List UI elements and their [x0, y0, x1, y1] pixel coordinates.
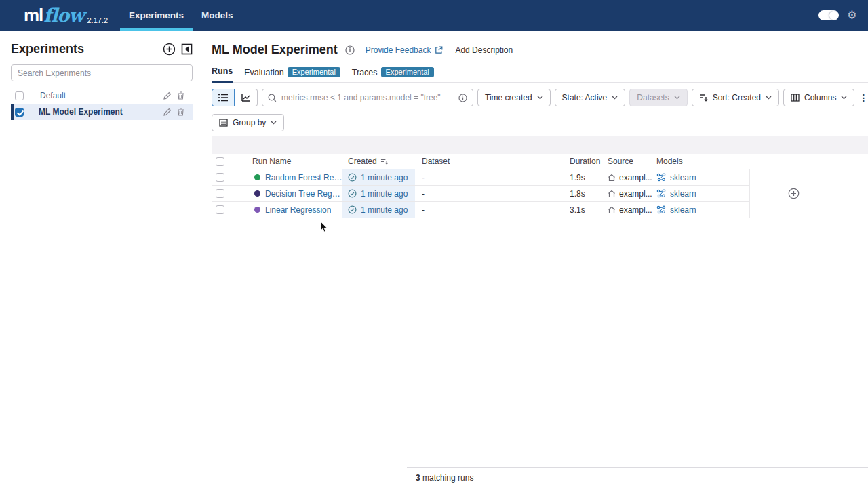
navbar-right: ⚙	[818, 0, 868, 30]
col-header-duration[interactable]: Duration	[570, 157, 608, 166]
experiment-tabs: Runs Evaluation Experimental Traces Expe…	[212, 66, 868, 83]
sklearn-model-icon	[656, 173, 666, 182]
theme-toggle[interactable]	[818, 10, 839, 20]
col-header-run-name[interactable]: Run Name	[252, 157, 342, 166]
table-row[interactable]: Linear Regression 1 minute ago - 3.1s ex…	[212, 202, 749, 218]
run-source-label[interactable]: exampl...	[619, 173, 652, 182]
experiment-label[interactable]: Default	[40, 91, 66, 100]
mlflow-app: mlflow 2.17.2 Experiments Models ⚙ Exper…	[0, 0, 868, 488]
runs-toolbar: Time created State: Active Datasets Sort…	[212, 89, 868, 106]
sort-dropdown[interactable]: Sort: Created	[692, 89, 779, 106]
run-name-link[interactable]: Linear Regression	[265, 205, 331, 215]
run-duration-value: 3.1s	[570, 202, 608, 218]
experiment-checkbox[interactable]	[15, 92, 24, 100]
sort-icon	[699, 94, 708, 102]
tab-traces-label: Traces	[352, 68, 378, 77]
experiment-label[interactable]: ML Model Experiment	[39, 107, 123, 117]
list-view-button[interactable]	[212, 89, 235, 106]
delete-trash-icon[interactable]	[177, 108, 184, 116]
run-source-label[interactable]: exampl...	[619, 205, 652, 215]
chevron-down-icon	[766, 96, 772, 100]
provide-feedback-link[interactable]: Provide Feedback	[366, 45, 443, 55]
view-mode-segmented-control	[212, 89, 258, 106]
matching-runs-text: matching runs	[420, 473, 474, 483]
run-status-dot	[254, 190, 260, 197]
matching-runs-count: 3	[416, 473, 420, 483]
run-duration-value: 1.9s	[570, 169, 608, 185]
edit-pencil-icon[interactable]	[163, 108, 172, 117]
main-panel: ML Model Experiment Provide Feedback Add…	[203, 30, 868, 488]
run-finished-check-icon	[348, 189, 357, 198]
content: Experiments Default	[0, 30, 868, 488]
source-home-icon	[608, 190, 616, 198]
chart-view-button[interactable]	[235, 89, 258, 106]
table-group-band	[212, 136, 868, 154]
add-column-icon[interactable]	[788, 188, 800, 199]
col-header-models[interactable]: Models	[656, 157, 749, 166]
select-all-checkbox[interactable]	[216, 157, 224, 166]
top-navbar: mlflow 2.17.2 Experiments Models ⚙	[0, 0, 868, 30]
run-model-link[interactable]: sklearn	[670, 173, 696, 182]
col-header-source[interactable]: Source	[608, 157, 656, 166]
run-dataset-value: -	[415, 202, 570, 218]
edit-pencil-icon[interactable]	[163, 92, 172, 100]
state-dropdown[interactable]: State: Active	[555, 89, 626, 106]
run-source-label[interactable]: exampl...	[619, 189, 652, 199]
run-created-link[interactable]: 1 minute ago	[361, 189, 408, 199]
time-created-dropdown[interactable]: Time created	[477, 89, 551, 106]
collapse-sidebar-icon[interactable]	[181, 43, 193, 55]
run-model-link[interactable]: sklearn	[670, 189, 696, 199]
run-created-link[interactable]: 1 minute ago	[361, 173, 408, 182]
matching-runs-footer: 3 matching runs	[407, 467, 868, 488]
delete-trash-icon[interactable]	[177, 92, 184, 100]
datasets-dropdown: Datasets	[629, 89, 687, 106]
group-by-dropdown[interactable]: Group by	[212, 114, 284, 131]
experiment-checkbox[interactable]	[15, 108, 24, 117]
run-name-link[interactable]: Random Forest Regress...	[265, 173, 342, 182]
info-icon[interactable]	[345, 45, 355, 55]
row-checkbox[interactable]	[216, 173, 224, 182]
search-icon	[268, 94, 277, 102]
runs-filter-input[interactable]	[281, 93, 454, 102]
tab-evaluation[interactable]: Evaluation Experimental	[244, 67, 340, 82]
add-column-cell	[749, 169, 837, 218]
logo-flow-text: flow	[43, 5, 83, 26]
row-checkbox[interactable]	[216, 205, 224, 214]
table-row[interactable]: Random Forest Regress... 1 minute ago - …	[212, 169, 749, 186]
nav-tab-experiments[interactable]: Experiments	[120, 0, 193, 30]
col-header-dataset[interactable]: Dataset	[415, 157, 570, 166]
run-finished-check-icon	[348, 173, 357, 182]
add-description-button[interactable]: Add Description	[455, 45, 513, 55]
chart-view-icon	[241, 94, 251, 102]
gear-icon[interactable]: ⚙	[847, 9, 857, 21]
run-name-link[interactable]: Decision Tree Regressor	[265, 189, 342, 199]
nav-tab-models[interactable]: Models	[193, 0, 242, 30]
external-link-icon	[435, 46, 443, 54]
runs-filter-box	[262, 89, 473, 106]
run-created-link[interactable]: 1 minute ago	[361, 205, 408, 215]
table-row[interactable]: Decision Tree Regressor 1 minute ago - 1…	[212, 186, 749, 202]
experiment-item-ml-model[interactable]: ML Model Experiment	[11, 104, 193, 120]
experiment-item-default[interactable]: Default	[11, 87, 193, 104]
new-experiment-icon[interactable]	[163, 43, 176, 56]
chevron-down-icon	[271, 121, 277, 125]
table-rows: Random Forest Regress... 1 minute ago - …	[212, 169, 749, 218]
col-header-created[interactable]: Created	[342, 157, 415, 166]
search-experiments-input[interactable]	[11, 64, 193, 81]
chevron-down-icon	[674, 96, 680, 100]
run-status-dot	[254, 174, 260, 180]
group-by-label: Group by	[233, 118, 266, 127]
filter-info-icon[interactable]	[458, 94, 467, 102]
experiments-list: Default ML Model Experiment	[11, 87, 193, 120]
mlflow-logo[interactable]: mlflow 2.17.2	[0, 0, 120, 30]
source-home-icon	[608, 206, 616, 214]
run-model-link[interactable]: sklearn	[670, 205, 696, 215]
columns-icon	[791, 94, 800, 102]
columns-dropdown[interactable]: Columns	[783, 89, 854, 106]
tab-runs[interactable]: Runs	[212, 66, 233, 83]
row-checkbox[interactable]	[216, 189, 224, 198]
tab-traces[interactable]: Traces Experimental	[352, 67, 434, 82]
more-options-kebab-icon[interactable]: ⋮	[859, 92, 868, 103]
logo-ml-text: ml	[24, 5, 43, 26]
chevron-down-icon	[841, 96, 847, 100]
